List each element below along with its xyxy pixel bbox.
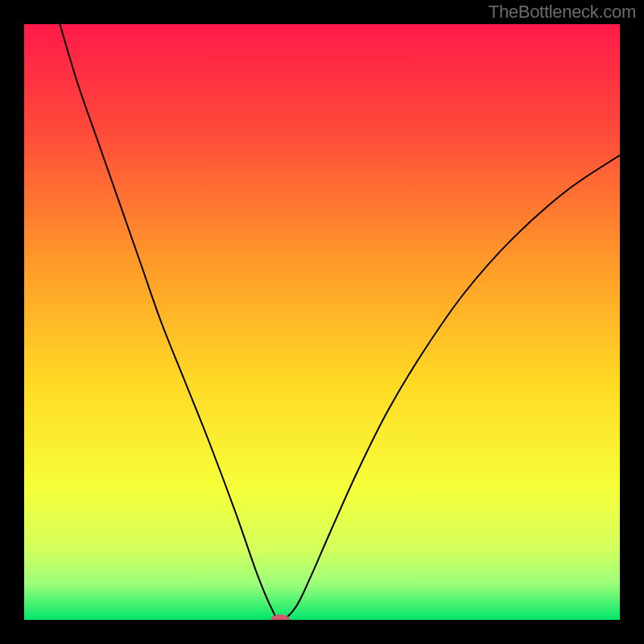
plot-area <box>24 24 620 620</box>
bottleneck-chart <box>24 24 620 620</box>
chart-frame: TheBottleneck.com <box>0 0 644 644</box>
svg-rect-0 <box>24 24 620 620</box>
watermark-text: TheBottleneck.com <box>489 2 636 23</box>
